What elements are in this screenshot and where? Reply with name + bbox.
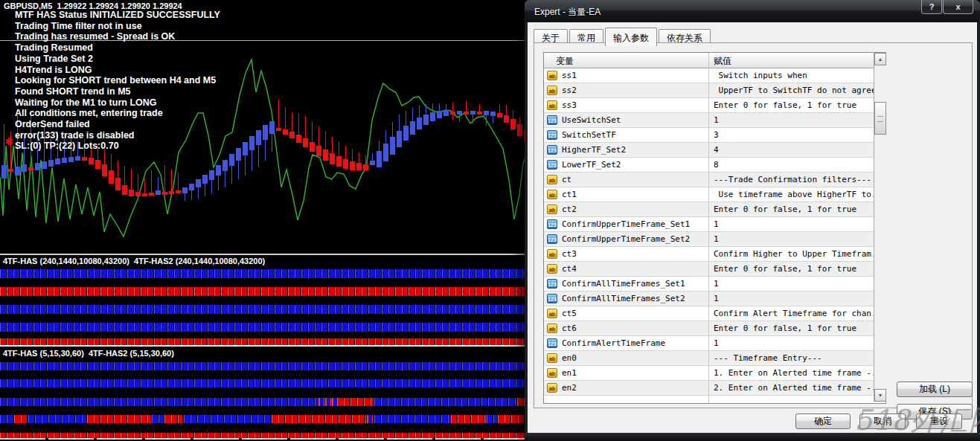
column-header-value[interactable]: 赋值 bbox=[714, 55, 731, 68]
param-value[interactable]: Switch inputs when bbox=[714, 71, 807, 80]
candle-body bbox=[1, 165, 7, 178]
candle-body bbox=[383, 144, 388, 161]
param-row[interactable]: abct2Enter 0 for false, 1 for true bbox=[544, 202, 885, 217]
watermark: 518外汇网 bbox=[854, 402, 980, 440]
param-name: en2 bbox=[562, 383, 577, 393]
string-type-icon: ab bbox=[547, 86, 557, 95]
scroll-down-icon[interactable]: ▼ bbox=[874, 389, 886, 402]
histogram-segment-blue bbox=[152, 415, 164, 423]
param-value[interactable]: 1 bbox=[714, 234, 719, 244]
candle-body bbox=[504, 115, 509, 123]
chart-window[interactable]: GBPUSD,M5 1.29922 1.29924 1.29920 1.2992… bbox=[0, 0, 525, 441]
param-name: ct2 bbox=[562, 205, 577, 214]
param-row[interactable]: aben11. Enter on Alerted time frame -... bbox=[544, 366, 885, 381]
param-row[interactable]: 123ConfirmAllTimeFrames_Set21 bbox=[544, 292, 885, 306]
param-row[interactable]: abct1 Use timeframe above HigherTF to... bbox=[544, 187, 885, 202]
candle-body bbox=[269, 121, 275, 134]
ok-button[interactable]: 确定 bbox=[795, 413, 851, 429]
help-button[interactable]: ? bbox=[921, 0, 942, 14]
pane-separator[interactable] bbox=[0, 254, 525, 255]
column-header-variable[interactable]: 变量 bbox=[556, 55, 574, 68]
candle-body bbox=[182, 187, 188, 193]
candle-body bbox=[363, 164, 368, 170]
param-value[interactable]: UpperTF to SwitchTF do not agree bbox=[714, 86, 877, 95]
param-value[interactable]: 3 bbox=[714, 130, 719, 140]
param-row[interactable]: 123ConfirmUpperTimeFrame_Set21 bbox=[544, 232, 885, 247]
param-value[interactable]: 2. Enter on Alerted time frame -... bbox=[714, 383, 886, 393]
param-row[interactable]: 123ConfirmAlertTimeFrame1 bbox=[544, 336, 885, 351]
candle-body bbox=[216, 165, 221, 176]
param-row[interactable]: abss1 Switch inputs when bbox=[544, 68, 885, 83]
candle-body bbox=[162, 192, 167, 195]
candle-body bbox=[497, 113, 502, 118]
histogram-segment-blue bbox=[374, 415, 450, 423]
param-row[interactable]: abct3Confirm Higher to Upper Timefram... bbox=[544, 247, 885, 262]
param-value[interactable]: 4 bbox=[714, 145, 719, 155]
param-value[interactable]: Confirm Higher to Upper Timefram... bbox=[714, 249, 886, 259]
param-value[interactable]: --- Timeframe Entry--- bbox=[714, 353, 822, 363]
param-row[interactable]: 123ConfirmAllTimeFrames_Set11 bbox=[544, 277, 885, 292]
histogram-segment-red bbox=[87, 415, 151, 423]
param-row[interactable]: 123UseSwitchSet1 bbox=[544, 113, 885, 128]
column-divider[interactable] bbox=[708, 53, 709, 403]
param-row[interactable]: abss2 UpperTF to SwitchTF do not agree bbox=[544, 83, 885, 98]
param-value[interactable]: Enter 0 for false, 1 for true bbox=[714, 205, 856, 214]
tab-3[interactable]: 输入参数 bbox=[605, 28, 657, 46]
param-name: LowerTF_Set2 bbox=[562, 160, 621, 170]
histogram-row bbox=[0, 338, 525, 345]
load-button[interactable]: 加载 (L) bbox=[897, 382, 973, 397]
candle-body bbox=[484, 111, 489, 115]
param-name: SwitchSetTF bbox=[562, 130, 616, 140]
vertical-scrollbar[interactable]: ▲ ▼ bbox=[874, 53, 886, 402]
candle-wick bbox=[164, 165, 165, 195]
param-row[interactable]: 123ConfirmUpperTimeFrame_Set11 bbox=[544, 217, 885, 232]
dialog-titlebar[interactable]: Expert - 当量-EA ? x bbox=[525, 0, 980, 23]
param-value[interactable]: Confirm Alert Timeframe for chan... bbox=[714, 309, 886, 318]
pane2-label: 4TF-HAS (5,15,30,60) 4TF-HAS2 (5,15,30,6… bbox=[3, 349, 174, 358]
candle-body bbox=[129, 190, 134, 196]
param-value[interactable]: 1 bbox=[714, 219, 719, 229]
param-value[interactable]: 1 bbox=[714, 294, 719, 303]
param-value[interactable]: 1 bbox=[714, 115, 719, 125]
param-value[interactable]: 1 bbox=[714, 279, 719, 289]
param-row[interactable]: abct5Confirm Alert Timeframe for chan... bbox=[544, 306, 885, 321]
candle-body bbox=[437, 111, 442, 118]
param-value[interactable]: Use timeframe above HigherTF to... bbox=[714, 190, 886, 199]
param-row[interactable]: abct6Enter 0 for false, 1 for true bbox=[544, 321, 885, 336]
candle-body bbox=[82, 157, 87, 161]
param-value[interactable]: Enter 0 for false, 1 for true bbox=[714, 323, 856, 333]
param-row[interactable]: 123LowerTF_Set28 bbox=[544, 158, 885, 173]
param-row[interactable]: 123HigherTF_Set24 bbox=[544, 143, 885, 158]
candle-body bbox=[156, 190, 161, 195]
candle-wick bbox=[171, 169, 172, 194]
param-value[interactable]: Enter 0 for false, 1 for true bbox=[714, 100, 856, 110]
param-row[interactable]: abct4Enter 0 for false, 1 for true bbox=[544, 262, 885, 277]
candle-body bbox=[296, 135, 301, 143]
candle-body bbox=[135, 192, 141, 196]
param-row[interactable]: abss3Enter 0 for false, 1 for true bbox=[544, 98, 885, 113]
candle-wick bbox=[151, 170, 152, 196]
candle-body bbox=[464, 112, 469, 115]
scrollbar-thumb[interactable] bbox=[874, 102, 886, 135]
candle-body bbox=[95, 160, 100, 169]
param-value[interactable]: 1. Enter on Alerted time frame -... bbox=[714, 368, 886, 378]
scroll-up-icon[interactable]: ▲ bbox=[874, 53, 886, 65]
integer-type-icon: 123 bbox=[547, 219, 557, 229]
param-row[interactable]: aben22. Enter on Alerted time frame -... bbox=[544, 381, 885, 396]
candle-body bbox=[202, 175, 208, 184]
param-row[interactable]: abct---Trade Confirmation filters--- bbox=[544, 173, 885, 187]
candle-body bbox=[142, 193, 147, 196]
close-icon[interactable]: x bbox=[943, 0, 973, 14]
integer-type-icon: 123 bbox=[547, 294, 557, 303]
pane-separator[interactable] bbox=[0, 345, 525, 347]
param-row[interactable]: 123SwitchSetTF3 bbox=[544, 128, 885, 143]
param-value[interactable]: ---Trade Confirmation filters--- bbox=[714, 175, 871, 184]
histogram-segment-red bbox=[337, 398, 374, 406]
param-value[interactable]: 8 bbox=[714, 160, 719, 170]
param-value[interactable]: Enter 0 for false, 1 for true bbox=[714, 264, 856, 274]
histogram-segment-blue bbox=[0, 398, 318, 406]
candle-body bbox=[249, 136, 254, 150]
histogram-segment-red bbox=[498, 415, 525, 423]
param-value[interactable]: 1 bbox=[714, 338, 719, 348]
param-row[interactable]: aben0--- Timeframe Entry--- bbox=[544, 351, 885, 366]
